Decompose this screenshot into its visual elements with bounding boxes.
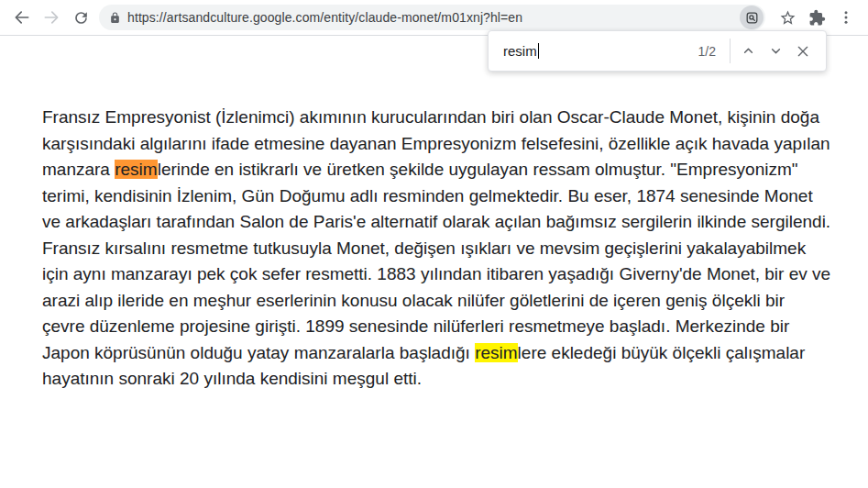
paragraph: Fransız Empresyonist (İzlenimci) akımını…: [42, 105, 831, 236]
find-close-button[interactable]: [789, 38, 817, 65]
extensions-button[interactable]: [802, 3, 831, 32]
find-next-button[interactable]: [762, 38, 789, 65]
extensions-icon: [808, 9, 826, 27]
find-match-inactive: resim: [475, 343, 517, 362]
text-run: lerinde en istikrarlı ve üretken şekilde…: [42, 160, 830, 231]
find-next-icon: [768, 43, 784, 59]
forward-button[interactable]: [37, 3, 66, 32]
star-icon: [779, 9, 797, 27]
forward-icon: [42, 8, 60, 27]
text-caret: [538, 43, 540, 59]
findbar-divider: [730, 39, 731, 63]
menu-button[interactable]: [831, 3, 861, 32]
menu-icon: [838, 9, 854, 26]
address-bar[interactable]: https://artsandculture.google.com/entity…: [99, 5, 765, 30]
reload-button[interactable]: [66, 3, 95, 32]
paragraph: Fransız kırsalını resmetme tutkusuyla Mo…: [42, 236, 831, 393]
url-text: https://artsandculture.google.com/entity…: [127, 10, 740, 25]
find-query-text: resim: [503, 43, 537, 59]
find-input[interactable]: resim: [503, 43, 539, 59]
back-button[interactable]: [7, 3, 37, 32]
back-icon: [13, 8, 31, 27]
lock-icon: [109, 12, 121, 24]
find-previous-icon: [741, 43, 756, 59]
lens-icon: [745, 11, 759, 25]
lens-button[interactable]: [740, 6, 764, 29]
find-in-page-bar: resim 1/2: [488, 30, 827, 72]
article: Fransız Empresyonist (İzlenimci) akımını…: [0, 36, 868, 393]
match-count: 1/2: [698, 44, 716, 59]
bookmark-button[interactable]: [773, 3, 802, 32]
find-previous-button[interactable]: [734, 38, 762, 65]
find-match-active: resim: [115, 160, 157, 179]
close-icon: [796, 44, 810, 59]
reload-icon: [72, 9, 90, 27]
